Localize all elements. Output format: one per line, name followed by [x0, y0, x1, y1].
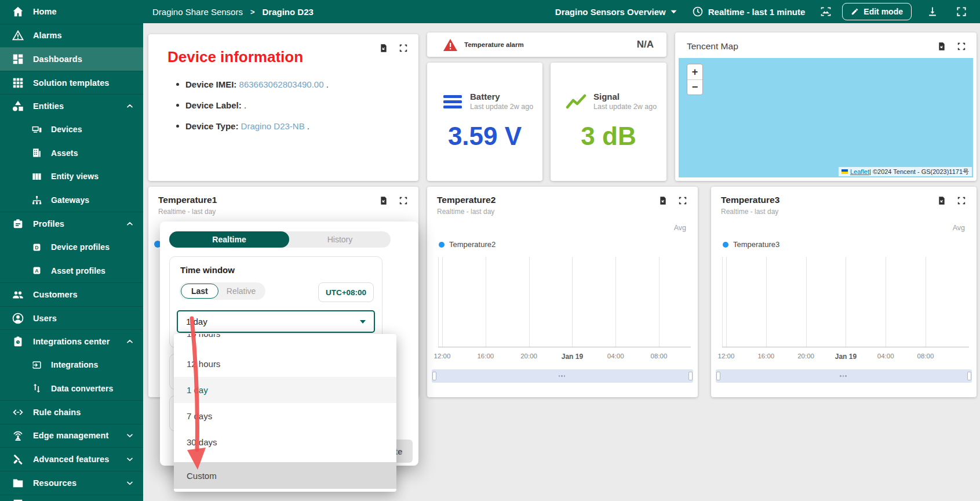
range-grip[interactable]: [559, 375, 567, 377]
temp3-plot[interactable]: 12:0016:0020:00Jan 1904:0008:00: [711, 187, 977, 397]
sidebar-item-label: Users: [33, 314, 57, 323]
resources-icon: [12, 477, 24, 489]
integrations-icon: [31, 360, 42, 371]
device-imei-value[interactable]: 863663062803490.00: [239, 79, 324, 89]
export-widget-icon[interactable]: [379, 43, 388, 53]
expand-widget-icon[interactable]: [957, 42, 966, 51]
gridline: [886, 257, 886, 347]
expand-widget-icon[interactable]: [399, 43, 408, 53]
sidebar-item-home[interactable]: Home: [0, 0, 143, 24]
battery-value: 3.59 V: [427, 122, 542, 151]
gridline: [442, 257, 443, 347]
signal-value: 3 dB: [551, 122, 666, 151]
option-custom[interactable]: Custom: [174, 462, 396, 489]
sidebar-item-dashboards[interactable]: Dashboards: [0, 47, 143, 71]
timewindow-tabs: Realtime History: [169, 231, 391, 248]
tab-realtime[interactable]: Realtime: [169, 231, 289, 248]
image-gallery-icon[interactable]: [820, 6, 832, 17]
gateways-icon: [31, 195, 42, 206]
assets-icon: [31, 147, 42, 158]
zoom-in-button[interactable]: +: [687, 64, 702, 79]
device-type-row: Device Type: Dragino D23-NB .: [176, 121, 418, 132]
dashboard-select[interactable]: Dragino Sensors Overview: [555, 7, 677, 17]
customers-icon: [12, 288, 24, 301]
x-axis-tick: Jan 19: [555, 353, 589, 361]
sidebar-item-devices[interactable]: Devices: [0, 118, 143, 141]
range-grip[interactable]: [840, 375, 848, 377]
export-widget-icon[interactable]: [937, 42, 946, 51]
device-type-value[interactable]: Dragino D23-NB: [241, 121, 305, 131]
download-icon[interactable]: [927, 6, 938, 17]
profiles-icon: [12, 217, 24, 230]
sidebar-item-edge-management[interactable]: Edge management: [0, 424, 143, 448]
sidebar-item-label: Customers: [33, 290, 78, 299]
sidebar-item-customers[interactable]: Customers: [0, 282, 143, 306]
timewindow-indicator[interactable]: Realtime - last 1 minute: [692, 6, 806, 17]
fullscreen-icon[interactable]: [956, 6, 967, 17]
x-axis-tick: 08:00: [908, 353, 943, 360]
option-30-days[interactable]: 30 days: [174, 429, 396, 455]
leaflet-link[interactable]: Leaflet: [850, 168, 869, 175]
sidebar-item-alarms[interactable]: Alarms: [0, 24, 143, 48]
sidebar-item-entity-views[interactable]: Entity views: [0, 165, 143, 188]
x-axis-tick: 12:00: [425, 353, 460, 360]
option-7-days[interactable]: 7 days: [174, 403, 396, 429]
x-axis-line: [722, 347, 969, 347]
sidebar-item-resources[interactable]: Resources: [0, 471, 143, 495]
sidebar-item-data-converters[interactable]: Data converters: [0, 377, 143, 401]
expand-widget-icon[interactable]: [399, 196, 408, 205]
sidebar: Home Alarms Dashboards Solution template…: [0, 0, 143, 501]
sidebar-item-assets[interactable]: Assets: [0, 141, 143, 165]
gridline: [529, 257, 530, 347]
signal-card: Signal Last update 2w ago 3 dB: [551, 63, 666, 181]
sidebar-item-label: Data converters: [51, 384, 113, 393]
sidebar-item-advanced-features[interactable]: Advanced features: [0, 447, 143, 471]
map-canvas[interactable]: + − Leaflet | ©2024 Tencent - GS(2023)11…: [679, 58, 973, 177]
users-icon: [12, 312, 24, 325]
option-12-hours[interactable]: 12 hours: [174, 351, 396, 377]
sidebar-item-partial[interactable]: [0, 495, 143, 501]
gridline: [926, 257, 926, 347]
sidebar-item-label: Asset profiles: [51, 266, 105, 275]
chevron-down-icon: [125, 455, 134, 464]
temperature2-card: Temperature2 Realtime - last day Avg Tem…: [427, 187, 698, 397]
sidebar-item-device-profiles[interactable]: D Device profiles: [0, 235, 143, 259]
interval-select[interactable]: 1 day: [177, 310, 375, 333]
signal-subtitle: Last update 2w ago: [593, 103, 657, 111]
tencent-map-card: Tencent Map + − Leaflet | ©2024 Tencent …: [675, 32, 977, 181]
range-handle-right[interactable]: [688, 372, 693, 380]
sidebar-item-entities[interactable]: Entities: [0, 94, 143, 118]
tab-history[interactable]: History: [289, 231, 391, 248]
range-handle-left[interactable]: [716, 372, 720, 380]
sidebar-item-integrations-center[interactable]: Integrations center: [0, 329, 143, 353]
timezone-button[interactable]: UTC+08:00: [318, 282, 374, 302]
sidebar-item-profiles[interactable]: Profiles: [0, 212, 143, 235]
toggle-last[interactable]: Last: [181, 284, 218, 299]
integrations-center-icon: [12, 335, 24, 348]
export-widget-icon[interactable]: [379, 196, 388, 205]
x-axis-tick: Jan 19: [828, 353, 863, 361]
toggle-relative[interactable]: Relative: [218, 286, 264, 296]
sidebar-item-gateways[interactable]: Gateways: [0, 188, 143, 212]
option-10-hours[interactable]: 10 hours: [174, 334, 396, 351]
edit-mode-button[interactable]: Edit mode: [842, 3, 912, 20]
temp2-plot[interactable]: 12:0016:0020:00Jan 1904:0008:00: [427, 187, 698, 397]
temp2-range-selector[interactable]: [432, 369, 693, 383]
x-axis-tick: 08:00: [642, 353, 676, 360]
time-window-heading: Time window: [180, 265, 235, 275]
range-handle-right[interactable]: [967, 372, 971, 380]
sidebar-item-users[interactable]: Users: [0, 306, 143, 330]
sidebar-item-integrations[interactable]: Integrations: [0, 353, 143, 377]
y-axis-line: [722, 257, 723, 347]
range-handle-left[interactable]: [432, 372, 436, 380]
breadcrumb-parent[interactable]: Dragino Share Sensors: [152, 7, 243, 17]
sidebar-item-asset-profiles[interactable]: A Asset profiles: [0, 259, 143, 283]
temp3-range-selector[interactable]: [716, 369, 972, 383]
sidebar-item-solution-templates[interactable]: Solution templates: [0, 71, 143, 95]
sidebar-item-label: Advanced features: [33, 455, 109, 464]
option-1-day[interactable]: 1 day: [174, 377, 396, 403]
signal-title: Signal: [593, 92, 657, 101]
sidebar-item-rule-chains[interactable]: Rule chains: [0, 400, 143, 424]
zoom-out-button[interactable]: −: [687, 79, 702, 95]
x-axis-tick: 04:00: [868, 353, 903, 360]
